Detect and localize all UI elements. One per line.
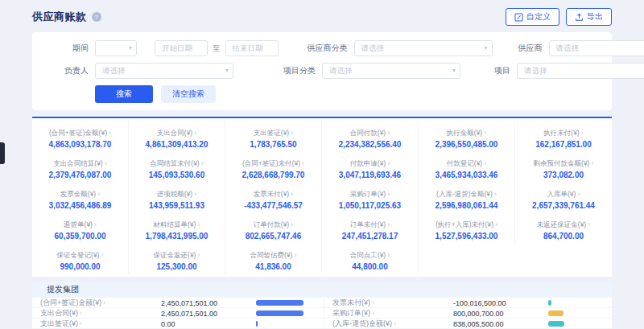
- export-icon: [575, 13, 584, 22]
- stats-summary-card: (合同+签证)金额(¥)›4,863,093,178.70支出合同(¥)›4,8…: [32, 117, 612, 277]
- stat-label[interactable]: (合同+签证)金额(¥): [49, 129, 107, 137]
- group-table-body: (合同+签证)金额(¥)›2,450,071,501.00支出合同(¥)›2,4…: [32, 298, 612, 329]
- stat-label[interactable]: (合同+签证)未付(¥): [242, 159, 300, 167]
- stat-card: (执行+入库)未付(¥)›1,527,596,433.00: [419, 212, 515, 243]
- stat-label[interactable]: 支出合同(¥): [157, 129, 192, 137]
- metric-row: 支出签证(¥)›0.00: [32, 319, 324, 329]
- help-icon[interactable]: ?: [92, 12, 101, 22]
- stat-value: 60,359,700.00: [35, 232, 126, 241]
- metric-label[interactable]: 支出合同(¥)›: [40, 308, 161, 319]
- metric-value: -100,016,500.00: [453, 299, 548, 307]
- supplier-select[interactable]: 请选择▾: [549, 40, 644, 56]
- stat-card: 合同暂估费(¥)›41,836.00: [225, 243, 322, 273]
- start-date-input[interactable]: 开始日期: [155, 40, 208, 56]
- project-select[interactable]: 请选择▾: [517, 63, 644, 79]
- metric-label[interactable]: (合同+签证)金额(¥)›: [40, 298, 161, 308]
- period-select[interactable]: ▾: [95, 40, 137, 56]
- stat-value: 3,465,934,033.46: [421, 171, 512, 179]
- stat-value: 247,451,278.17: [324, 232, 415, 241]
- stat-card: (合同+签证)未付(¥)›2,628,668,799.70: [225, 151, 322, 182]
- stat-card: 订单未付(¥)›247,451,278.17: [322, 212, 419, 243]
- chevron-right-icon: ›: [194, 190, 196, 198]
- stat-label[interactable]: 材料结算单(¥): [154, 220, 196, 228]
- stat-card: 合同结算未付(¥)›145,093,530.60: [129, 151, 225, 182]
- stat-label[interactable]: 支出签证(¥): [254, 129, 289, 137]
- chevron-right-icon: ›: [372, 298, 374, 306]
- metric-bar: [256, 320, 316, 328]
- metric-value: 838,005,500.00: [453, 320, 548, 328]
- stat-label[interactable]: 保证金返还(¥): [154, 251, 196, 259]
- select-placeholder: 请选择: [524, 66, 547, 76]
- export-button[interactable]: 导出: [566, 8, 612, 26]
- owner-select[interactable]: 请选择▾: [95, 63, 233, 79]
- stat-card: 剩余预付款金额(¥)›373,082.00: [515, 151, 612, 182]
- metric-label[interactable]: (入库-退货)金额(¥)›: [332, 319, 453, 329]
- chevron-right-icon: ›: [387, 220, 390, 228]
- chevron-right-icon: ›: [484, 159, 486, 167]
- stat-value: 2,379,476,087.00: [35, 171, 126, 179]
- chevron-right-icon: ›: [581, 129, 584, 137]
- export-label: 导出: [587, 11, 603, 23]
- stat-label[interactable]: 合同结算未付(¥): [150, 159, 199, 167]
- stat-label[interactable]: 未返还保证金(¥): [537, 220, 586, 228]
- metric-row: 采购订单(¥)›800,000,700.00: [324, 308, 612, 319]
- supplier-category-select[interactable]: 请选择▾: [354, 40, 493, 56]
- stat-label[interactable]: 合同点工(¥): [350, 251, 386, 259]
- stat-label[interactable]: 发票未付(¥): [254, 190, 289, 198]
- metric-bar: [256, 310, 316, 318]
- stat-label[interactable]: 入库单(¥): [547, 190, 576, 198]
- chevron-right-icon: ›: [577, 190, 580, 198]
- stat-card: 材料结算单(¥)›1,798,431,995.00: [129, 212, 225, 243]
- stat-label[interactable]: 支出合同结算(¥): [53, 159, 102, 167]
- stat-label[interactable]: 订单未付(¥): [350, 220, 386, 228]
- stat-value: 864,700.00: [518, 232, 609, 241]
- customize-button[interactable]: 自定义: [506, 8, 559, 26]
- edit-square-icon: [514, 13, 523, 22]
- stat-value: 125,300.00: [131, 262, 222, 271]
- stat-card: 支出合同(¥)›4,861,309,413.20: [129, 121, 225, 151]
- chevron-right-icon: ›: [588, 220, 590, 228]
- period-filter-label: 期间: [43, 43, 89, 54]
- drawer-handle[interactable]: [0, 142, 5, 164]
- stat-card: (入库-退货)金额(¥)›2,596,980,061.44: [419, 182, 515, 212]
- metric-label[interactable]: 采购订单(¥)›: [332, 308, 453, 319]
- stat-value: 373,082.00: [518, 171, 609, 179]
- stat-label[interactable]: 进项税额(¥): [157, 190, 192, 198]
- stat-label[interactable]: 退货单(¥): [64, 220, 93, 228]
- stat-label[interactable]: 执行未付(¥): [543, 129, 579, 137]
- chevron-right-icon: ›: [291, 220, 293, 228]
- stat-label[interactable]: 合同暂估费(¥): [250, 251, 293, 259]
- chevron-right-icon: ›: [103, 298, 105, 306]
- stat-card: 进项税额(¥)›143,959,511.93: [129, 182, 225, 212]
- stat-value: 2,396,550,485.00: [421, 140, 512, 149]
- stat-card: 付款登记(¥)›3,465,934,033.46: [419, 151, 515, 182]
- stat-label[interactable]: 发票金额(¥): [60, 190, 96, 198]
- stat-value: 4,863,093,178.70: [35, 140, 126, 149]
- end-date-input[interactable]: 结束日期: [225, 40, 279, 56]
- chevron-down-icon: ▾: [484, 44, 487, 51]
- stat-value: 3,047,119,693.46: [324, 171, 415, 179]
- group-header[interactable]: 提发集团: [32, 282, 612, 298]
- clear-search-button[interactable]: 清空搜索: [161, 85, 216, 103]
- stat-label[interactable]: 订单付款(¥): [254, 220, 289, 228]
- stat-label[interactable]: 剩余预付款金额(¥): [534, 159, 590, 167]
- stat-label[interactable]: 保证金登记(¥): [57, 251, 100, 259]
- stat-label[interactable]: 付款申请(¥): [350, 159, 386, 167]
- search-button[interactable]: 搜索: [95, 85, 153, 103]
- stat-label[interactable]: 执行金额(¥): [447, 129, 482, 137]
- stat-label[interactable]: 采购订单(¥): [350, 190, 386, 198]
- stat-label[interactable]: 合同付款(¥): [350, 129, 386, 137]
- stat-label[interactable]: (入库-退货)金额(¥): [436, 190, 493, 198]
- metric-bar: [548, 320, 604, 328]
- stat-label[interactable]: (执行+入库)未付(¥): [436, 220, 493, 228]
- metric-value: 2,450,071,501.00: [161, 310, 256, 318]
- stat-card: 订单付款(¥)›802,665,747.46: [225, 212, 322, 243]
- project-category-select[interactable]: 请选择▾: [322, 63, 460, 79]
- stat-card: 合同点工(¥)›44,800.00: [322, 243, 419, 273]
- metric-label[interactable]: 支出签证(¥)›: [40, 319, 161, 329]
- stat-value: 162,167,851.00: [518, 140, 609, 149]
- metric-label[interactable]: 发票未付(¥)›: [332, 298, 453, 308]
- chevron-right-icon: ›: [387, 190, 390, 198]
- metric-value: 800,000,700.00: [453, 310, 548, 318]
- stat-label[interactable]: 付款登记(¥): [447, 159, 482, 167]
